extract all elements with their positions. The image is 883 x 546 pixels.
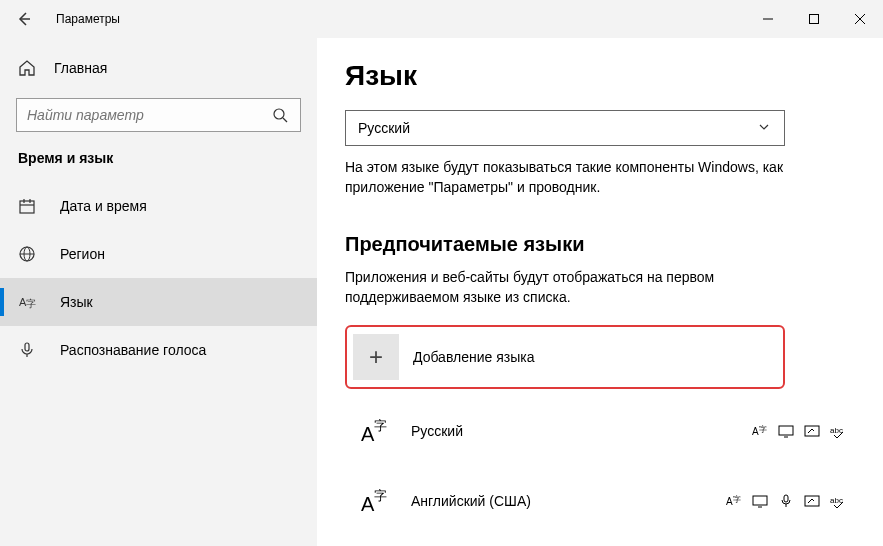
display-icon [777,422,795,440]
page-title: Язык [345,60,855,92]
nav-item-speech[interactable]: Распознавание голоса [0,326,317,374]
svg-text:A: A [361,423,375,445]
svg-text:A: A [752,426,759,437]
microphone-icon [18,341,42,359]
svg-line-6 [283,118,287,122]
minimize-button[interactable] [745,0,791,38]
svg-rect-30 [753,496,767,505]
svg-text:A: A [726,496,733,507]
svg-rect-34 [805,496,819,506]
globe-icon [18,245,42,263]
handwriting-icon [803,492,821,510]
search-input-container[interactable] [16,98,301,132]
nav-item-region[interactable]: Регион [0,230,317,278]
svg-rect-7 [20,201,34,213]
home-nav[interactable]: Главная [0,48,317,88]
content-area: Язык Русский На этом языке будут показыв… [317,38,883,546]
svg-rect-32 [784,495,788,502]
svg-rect-2 [810,15,819,24]
close-icon [854,13,866,25]
maximize-button[interactable] [791,0,837,38]
nav-label: Распознавание голоса [60,342,206,358]
spellcheck-icon: abc [829,422,847,440]
language-item-english-us[interactable]: A字 Английский (США) A字 abc [345,473,855,529]
svg-rect-24 [805,426,819,436]
svg-text:字: 字 [374,418,387,433]
home-label: Главная [54,60,107,76]
add-language-button[interactable]: + Добавление языка [345,325,785,389]
nav-item-language[interactable]: A字 Язык [0,278,317,326]
window-title: Параметры [56,12,120,26]
nav-label: Регион [60,246,105,262]
preferred-languages-header: Предпочитаемые языки [345,233,855,256]
language-glyph-icon: A字 [353,409,397,453]
svg-rect-22 [779,426,793,435]
svg-rect-16 [25,343,29,351]
language-name: Английский (США) [411,493,725,509]
search-icon [270,107,290,123]
spellcheck-icon: abc [829,492,847,510]
add-language-label: Добавление языка [413,349,535,365]
minimize-icon [762,13,774,25]
plus-icon: + [353,334,399,380]
maximize-icon [808,13,820,25]
display-language-description: На этом языке будут показываться такие к… [345,158,785,197]
language-capabilities: A字 abc [751,422,855,440]
display-language-dropdown[interactable]: Русский [345,110,785,146]
language-glyph-icon: A字 [353,479,397,523]
search-input[interactable] [27,107,270,123]
language-name: Русский [411,423,751,439]
svg-text:字: 字 [733,495,741,504]
home-icon [18,59,42,77]
speech-icon [777,492,795,510]
nav-item-date-time[interactable]: Дата и время [0,182,317,230]
language-icon: A字 [18,293,42,311]
text-to-speech-icon: A字 [725,492,743,510]
svg-text:A: A [361,493,375,515]
nav-label: Язык [60,294,93,310]
text-to-speech-icon: A字 [751,422,769,440]
svg-point-5 [274,109,284,119]
handwriting-icon [803,422,821,440]
preferred-languages-description: Приложения и веб-сайты будут отображатьс… [345,268,785,307]
dropdown-value: Русский [358,120,758,136]
nav-label: Дата и время [60,198,147,214]
language-capabilities: A字 abc [725,492,855,510]
back-arrow-icon [16,11,32,27]
svg-text:字: 字 [374,488,387,503]
display-icon [751,492,769,510]
chevron-down-icon [758,119,772,137]
back-button[interactable] [0,0,48,38]
svg-text:字: 字 [26,298,36,309]
language-item-russian[interactable]: A字 Русский A字 abc [345,403,855,459]
sidebar: Главная Время и язык Дата и время Регион… [0,38,317,546]
calendar-icon [18,197,42,215]
sidebar-section-header: Время и язык [0,150,317,166]
close-button[interactable] [837,0,883,38]
svg-text:字: 字 [759,425,767,434]
